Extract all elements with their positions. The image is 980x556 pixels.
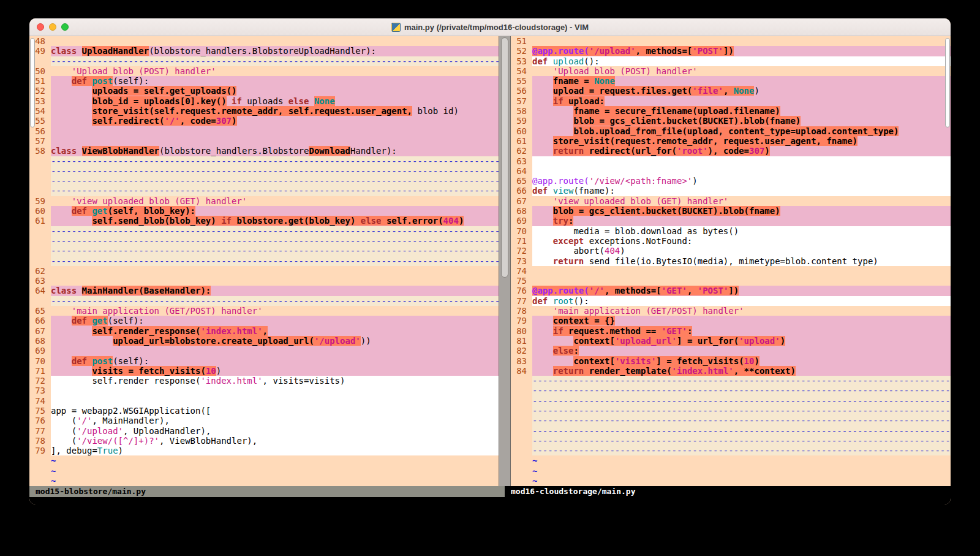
code-row: 77def root(): (511, 296, 951, 306)
code-segment: upload: (564, 96, 605, 106)
code-segment (532, 356, 573, 366)
code-segment: 'index.html' (200, 326, 262, 336)
line-number: 61 (511, 136, 532, 146)
code-segment: if (553, 326, 564, 336)
code-row: 67 'view uploaded blob (GET) handler' (511, 196, 951, 206)
code-text: blob = gcs_client.bucket(BUCKET).blob(fn… (532, 206, 951, 216)
code-row: 73 (29, 386, 499, 395)
code-row: ----------------------------------------… (29, 166, 499, 176)
code-segment: if (232, 96, 242, 106)
code-row: 62 (29, 266, 499, 276)
code-segment: 'root' (677, 146, 708, 156)
code-row: 63 (511, 156, 951, 166)
code-row: 84 return render_template('index.html', … (511, 366, 951, 376)
code-text: def root(): (532, 296, 951, 306)
code-row: 65@app.route('/view/<path:fname>') (511, 176, 951, 186)
line-number: 54 (511, 66, 532, 76)
code-segment (51, 106, 92, 116)
line-number: 72 (511, 246, 532, 256)
code-text (532, 266, 951, 276)
code-segment: 'POST' (698, 286, 729, 295)
command-line[interactable] (29, 497, 951, 505)
code-text: app = webapp2.WSGIApplication([ (51, 406, 499, 416)
code-row: 51 (511, 36, 951, 46)
line-number (511, 455, 532, 465)
code-text: 'Upload blob (POST) handler' (51, 66, 499, 76)
code-row: 72 abort(404) (511, 246, 951, 256)
code-segment: ] = fetch_visits( (656, 356, 744, 366)
vim-window: main.py (/private/tmp/mod16-cloudstorage… (29, 18, 951, 505)
code-segment: UploadHandler (82, 46, 149, 56)
line-number (29, 246, 51, 256)
line-number (29, 476, 51, 486)
line-number: 63 (29, 276, 51, 286)
code-row: ----------------------------------------… (29, 296, 499, 306)
code-segment: ViewBlobHandler (82, 146, 159, 156)
code-segment: 10 (206, 366, 216, 376)
code-segment (532, 316, 553, 326)
code-text: 'main application (GET/POST) handler' (532, 306, 951, 316)
window-title: main.py (/private/tmp/mod16-cloudstorage… (404, 23, 589, 32)
code-text: ('/upload', UploadHandler), (51, 426, 499, 436)
diff-filler-line: ----------------------------------------… (51, 256, 499, 266)
code-row: 77 ('/upload', UploadHandler), (29, 426, 499, 436)
code-row: 60 blob.upload_from_file(upload, content… (511, 126, 951, 136)
line-number: 77 (511, 296, 532, 306)
diff-filler-line: ----------------------------------------… (51, 176, 499, 186)
code-segment: context = {} (553, 316, 615, 326)
code-segment: fname = secure_filename(upload.filename) (573, 106, 780, 116)
code-segment: ) (692, 176, 697, 186)
buffer-end-tilde: ~ (51, 466, 499, 476)
code-segment: blobstore.get(blob_key) (232, 216, 361, 226)
code-text: try: (532, 216, 951, 226)
left-scrollbar-thumb[interactable] (30, 38, 35, 128)
code-row: 76@app.route('/', methods=['GET', 'POST'… (511, 286, 951, 295)
code-segment: visits = fetch_visits( (92, 366, 205, 376)
right-scrollbar-thumb[interactable] (945, 38, 950, 128)
code-text: 'Upload blob (POST) handler' (532, 66, 951, 76)
line-number: 68 (29, 336, 51, 346)
code-segment: except (553, 236, 584, 246)
code-row: 57 if upload: (511, 96, 951, 106)
title-bar[interactable]: main.py (/private/tmp/mod16-cloudstorage… (29, 18, 951, 36)
code-segment: 404 (443, 216, 459, 226)
diff-filler-line: ----------------------------------------… (51, 236, 499, 246)
zoom-button[interactable] (61, 23, 69, 31)
code-segment: , methods=[ (605, 286, 662, 295)
code-segment (532, 346, 553, 356)
close-button[interactable] (37, 23, 44, 31)
code-row: 72 self.render_response('index.html', vi… (29, 376, 499, 386)
code-row: 57 (29, 136, 499, 146)
code-text (51, 126, 499, 136)
code-text: 'main application (GET/POST) handler' (51, 306, 499, 316)
code-segment (51, 96, 92, 106)
diff-filler-line: ----------------------------------------… (51, 296, 499, 306)
code-text: return render_template('index.html', **c… (532, 366, 951, 376)
code-segment: def (532, 56, 553, 66)
line-number (511, 436, 532, 446)
code-segment: '/' (589, 286, 605, 295)
code-text: def get(self): (51, 316, 499, 326)
code-segment (532, 136, 553, 146)
code-segment: uploads (242, 96, 288, 106)
divider-scrollbar-thumb[interactable] (501, 37, 508, 278)
code-segment: (self, blob_key): (108, 206, 195, 216)
right-editor-pane[interactable]: 5152@app.route('/upload', methods=['POST… (511, 36, 951, 486)
code-segment: else (361, 216, 382, 226)
code-row: 67 self.render_response('index.html', (29, 326, 499, 336)
code-segment: upload (553, 56, 584, 66)
code-text: self.redirect('/', code=307) (51, 116, 499, 126)
buffer-end-tilde: ~ (51, 455, 499, 465)
code-row: 58class ViewBlobHandler(blobstore_handle… (29, 146, 499, 156)
line-number: 70 (29, 356, 51, 366)
vertical-split-divider[interactable] (499, 36, 511, 486)
code-text: class ViewBlobHandler(blobstore_handlers… (51, 146, 499, 156)
diff-filler-line: ----------------------------------------… (532, 436, 951, 446)
code-segment: ), code= (708, 146, 749, 156)
minimize-button[interactable] (49, 23, 56, 31)
code-segment: ( (51, 416, 77, 425)
code-row: ----------------------------------------… (511, 446, 951, 455)
left-editor-pane[interactable]: 4849class UploadHandler(blobstore_handle… (29, 36, 499, 486)
code-segment: render_template( (584, 366, 671, 376)
code-text: context['visits'] = fetch_visits(10) (532, 356, 951, 366)
